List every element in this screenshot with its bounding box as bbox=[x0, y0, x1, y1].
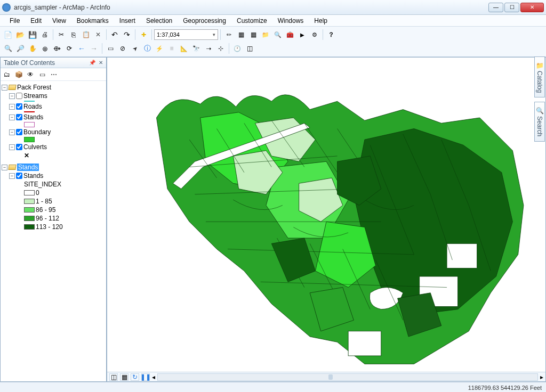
options-button[interactable]: ⋯ bbox=[49, 69, 59, 80]
layer-visibility-checkbox[interactable] bbox=[16, 103, 22, 110]
collapse-icon[interactable]: − bbox=[9, 115, 15, 120]
fixed-zoom-in-button[interactable] bbox=[51, 43, 63, 54]
legend-class-4[interactable]: 113 - 120 bbox=[2, 223, 105, 231]
layer-visibility-checkbox[interactable] bbox=[16, 173, 22, 179]
list-by-selection-button[interactable]: ▭ bbox=[37, 69, 47, 80]
whats-this-button[interactable] bbox=[325, 29, 337, 40]
legend-class-2[interactable]: 86 - 95 bbox=[2, 206, 105, 214]
full-extent-button[interactable] bbox=[39, 43, 51, 54]
refresh-button[interactable]: ↻ bbox=[131, 373, 139, 381]
pin-icon[interactable]: 📌 bbox=[89, 60, 95, 66]
toolbox-button[interactable] bbox=[284, 29, 296, 40]
copy-button[interactable] bbox=[68, 29, 79, 40]
zoom-out-button[interactable] bbox=[14, 43, 26, 54]
collapse-icon[interactable]: − bbox=[9, 93, 15, 99]
menu-file[interactable]: File bbox=[4, 15, 25, 26]
pan-button[interactable] bbox=[27, 43, 38, 54]
collapse-icon[interactable]: − bbox=[9, 104, 15, 110]
data-view-button[interactable]: ◫ bbox=[109, 373, 118, 381]
legend-class-3[interactable]: 96 - 112 bbox=[2, 214, 105, 223]
menu-windows[interactable]: Windows bbox=[272, 15, 309, 26]
create-viewer-button[interactable] bbox=[244, 43, 255, 54]
list-by-drawing-order-button[interactable]: 🗂 bbox=[2, 69, 12, 80]
list-by-visibility-button[interactable]: 👁 bbox=[25, 69, 36, 80]
menu-customize[interactable]: Customize bbox=[231, 15, 272, 26]
layer-boundary[interactable]: − Boundary bbox=[2, 128, 105, 136]
collapse-icon[interactable]: − bbox=[2, 165, 7, 170]
search-button[interactable] bbox=[272, 29, 284, 40]
map-canvas[interactable] bbox=[107, 58, 545, 382]
scroll-left-button[interactable]: ◂ bbox=[152, 373, 155, 381]
fixed-zoom-out-button[interactable] bbox=[63, 43, 75, 54]
delete-button[interactable] bbox=[92, 29, 104, 40]
menu-help[interactable]: Help bbox=[309, 15, 333, 26]
minimize-button[interactable]: — bbox=[488, 3, 503, 12]
legend-label: 96 - 112 bbox=[36, 215, 59, 222]
clear-selection-button[interactable] bbox=[117, 43, 129, 54]
layout-view-button[interactable]: ▦ bbox=[120, 373, 129, 381]
maximize-button[interactable]: ☐ bbox=[504, 3, 519, 12]
list-by-source-button[interactable]: 📦 bbox=[13, 69, 24, 80]
search-tab[interactable]: 🔍 Search bbox=[534, 102, 545, 141]
new-doc-button[interactable] bbox=[2, 29, 14, 40]
map-view[interactable]: ◫ ▦ ↻ ❚❚ ◂ ▸ bbox=[107, 57, 546, 382]
select-features-button[interactable] bbox=[105, 43, 116, 54]
identify-button[interactable] bbox=[141, 43, 153, 54]
open-button[interactable] bbox=[14, 29, 26, 40]
html-popup-button[interactable] bbox=[166, 43, 178, 54]
save-button[interactable] bbox=[27, 29, 38, 40]
layer-visibility-checkbox[interactable] bbox=[16, 93, 22, 99]
select-elements-button[interactable] bbox=[129, 43, 141, 54]
modelbuilder-button[interactable] bbox=[309, 29, 320, 40]
catalog-button[interactable] bbox=[260, 29, 271, 40]
print-button[interactable] bbox=[39, 29, 51, 40]
data-frame-pack-forest[interactable]: − Pack Forest bbox=[2, 83, 105, 92]
menu-selection[interactable]: Selection bbox=[141, 15, 178, 26]
data-frame-stands[interactable]: − Stands bbox=[2, 163, 105, 172]
close-button[interactable]: ✕ bbox=[520, 3, 544, 12]
zoom-in-button[interactable] bbox=[2, 43, 14, 54]
collapse-icon[interactable]: − bbox=[2, 85, 7, 91]
cut-button[interactable] bbox=[55, 29, 67, 40]
hyperlink-button[interactable] bbox=[154, 43, 165, 54]
layer-visibility-checkbox[interactable] bbox=[16, 114, 22, 120]
layer-stands-outline[interactable]: − Stands bbox=[2, 113, 105, 121]
measure-button[interactable] bbox=[178, 43, 190, 54]
redo-button[interactable] bbox=[121, 29, 133, 40]
scroll-right-button[interactable]: ▸ bbox=[540, 373, 543, 381]
pause-drawing-button[interactable]: ❚❚ bbox=[141, 373, 150, 381]
find-route-button[interactable]: ⇢ bbox=[203, 43, 214, 54]
layer-culverts[interactable]: − Culverts bbox=[2, 143, 105, 151]
map-scale-input[interactable]: 1:37,034 bbox=[154, 29, 218, 40]
prev-extent-button[interactable] bbox=[76, 43, 87, 54]
paste-button[interactable] bbox=[80, 29, 92, 40]
time-slider-button[interactable] bbox=[231, 43, 243, 54]
add-data-button[interactable] bbox=[138, 29, 149, 40]
legend-class-0[interactable]: 0 bbox=[2, 189, 105, 197]
layer-visibility-checkbox[interactable] bbox=[16, 129, 22, 135]
table-button[interactable] bbox=[235, 29, 247, 40]
go-to-xy-button[interactable] bbox=[215, 43, 227, 54]
legend-class-1[interactable]: 1 - 85 bbox=[2, 197, 105, 206]
layer-roads[interactable]: − Roads bbox=[2, 102, 105, 111]
layer-streams[interactable]: − Streams bbox=[2, 92, 105, 100]
next-extent-button[interactable] bbox=[88, 43, 100, 54]
collapse-icon[interactable]: − bbox=[9, 173, 15, 179]
menu-bookmarks[interactable]: Bookmarks bbox=[71, 15, 114, 26]
python-button[interactable] bbox=[296, 29, 308, 40]
menu-insert[interactable]: Insert bbox=[114, 15, 141, 26]
collapse-icon[interactable]: − bbox=[9, 129, 15, 135]
close-toc-button[interactable]: ✕ bbox=[99, 60, 103, 66]
editor-toolbar-button[interactable] bbox=[223, 29, 235, 40]
menu-geoprocessing[interactable]: Geoprocessing bbox=[178, 15, 231, 26]
menu-view[interactable]: View bbox=[47, 15, 71, 26]
horizontal-scrollbar[interactable] bbox=[157, 373, 538, 381]
toc-button[interactable] bbox=[247, 29, 259, 40]
undo-button[interactable] bbox=[109, 29, 121, 40]
find-button[interactable] bbox=[190, 43, 202, 54]
menu-edit[interactable]: Edit bbox=[25, 15, 47, 26]
collapse-icon[interactable]: − bbox=[9, 144, 15, 150]
layer-visibility-checkbox[interactable] bbox=[16, 144, 22, 150]
layer-stands-choropleth[interactable]: − Stands bbox=[2, 172, 105, 180]
catalog-tab[interactable]: 📁 Catalog bbox=[534, 56, 545, 97]
